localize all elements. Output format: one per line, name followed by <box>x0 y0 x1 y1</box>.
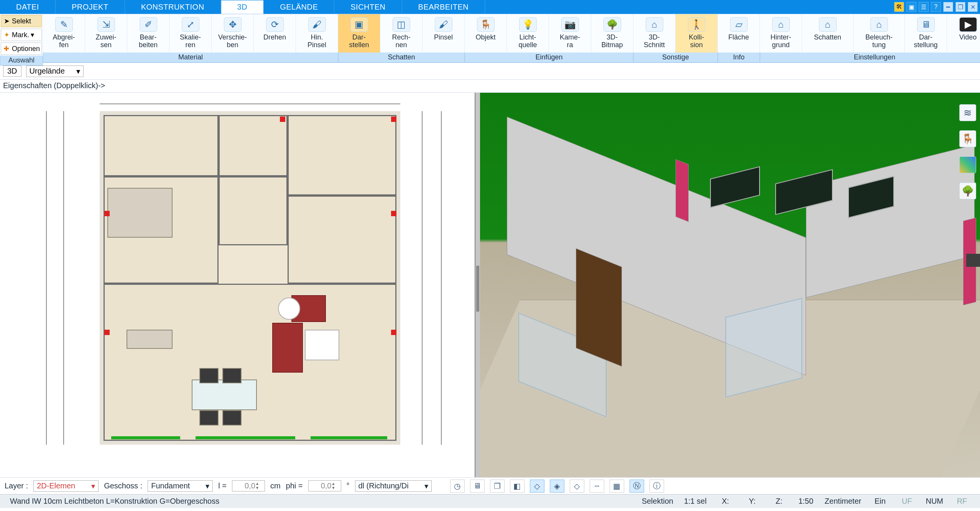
stack-icon[interactable]: ☰ <box>919 2 929 12</box>
btn-3dbitmap-label: 3D- Bitmap <box>601 33 623 49</box>
tool-snap3-icon[interactable]: ◇ <box>570 480 584 493</box>
btn-lichtquelle[interactable]: 💡 Licht- quelle <box>507 14 549 53</box>
tab-projekt[interactable]: PROJEKT <box>56 0 125 14</box>
btn-objekt[interactable]: 🪑 Objekt <box>465 14 507 53</box>
btn-hintergrund[interactable]: ⌂ Hinter- grund <box>760 14 802 53</box>
section-icon: ⌂ <box>646 17 663 32</box>
btn-bearbeiten[interactable]: ✐ Bear- beiten <box>127 14 169 53</box>
geschoss-dropdown[interactable]: Fundament▾ <box>148 480 213 492</box>
group-label-auswahl: Auswahl <box>0 56 43 66</box>
tab-datei[interactable]: DATEI <box>0 0 56 14</box>
tool-info-icon[interactable]: ⓘ <box>649 480 664 493</box>
terrain-dropdown[interactable]: Urgelände ▾ <box>26 66 84 77</box>
btn-schatten[interactable]: ⌂ Schatten <box>802 14 853 53</box>
btn-schatten-label: Schatten <box>814 33 841 41</box>
btn-flaeche[interactable]: ▱ Fläche <box>718 14 760 53</box>
btn-hinpinsel-label: Hin. Pinsel <box>307 33 326 49</box>
viewport-3d[interactable]: ≋ 🪑 🌳 <box>480 93 980 477</box>
tab-3d[interactable]: 3D <box>221 0 264 14</box>
geschoss-dropdown-value: Fundament <box>151 481 190 491</box>
btn-darstellen-label: Dar- stellen <box>349 33 369 49</box>
viewmode-badge[interactable]: 3D <box>3 66 21 77</box>
dl-dropdown[interactable]: dl (Richtung/Di▾ <box>355 480 432 492</box>
mark-label: Mark. <box>12 31 29 39</box>
btn-kamera[interactable]: 📷 Kame- ra <box>549 14 591 53</box>
tool-cubes-icon[interactable]: ❐ <box>490 480 505 493</box>
tool-layers-icon[interactable]: ◧ <box>510 480 525 493</box>
floor-plan[interactable] <box>100 111 400 445</box>
phi-field[interactable] <box>310 481 332 490</box>
status-ratio: 1:1 sel <box>679 497 712 506</box>
btn-pinsel[interactable]: 🖌 Pinsel <box>423 14 465 53</box>
tree-icon: 🌳 <box>603 17 621 32</box>
group-info: ▱ Fläche Info <box>718 14 760 62</box>
tool-screen-icon[interactable]: 🖥 <box>470 480 485 493</box>
btn-skalieren[interactable]: ⤢ Skalie- ren <box>169 14 212 53</box>
pane-splitter[interactable] <box>475 93 480 477</box>
close-icon[interactable]: ✕ <box>968 2 978 12</box>
area-icon: ▱ <box>730 17 748 32</box>
btn-verschieben-label: Verschie- ben <box>218 33 247 49</box>
chevron-down-icon: ▾ <box>76 67 80 76</box>
btn-video[interactable]: ▶ Video <box>947 14 980 53</box>
minimize-icon[interactable]: ━ <box>943 2 953 12</box>
status-bar: Wand IW 10cm Leichtbeton L=Konstruktion … <box>0 494 980 508</box>
layer-dropdown[interactable]: 2D-Elemen▾ <box>33 480 99 492</box>
mark-button[interactable]: ✦ Mark. ▾ <box>1 29 42 41</box>
tool-clock-icon[interactable]: ◷ <box>450 480 465 493</box>
length-label: l = <box>218 481 227 490</box>
btn-zuweisen[interactable]: ⇲ Zuwei- sen <box>85 14 127 53</box>
chair-tool-icon[interactable]: 🪑 <box>959 130 976 147</box>
btn-drehen[interactable]: ⟳ Drehen <box>254 14 296 53</box>
tool-snap2-icon[interactable]: ◈ <box>550 480 564 493</box>
status-y: Y: <box>739 497 766 506</box>
length-field[interactable] <box>234 481 255 490</box>
tab-bearbeiten[interactable]: BEARBEITEN <box>402 0 485 14</box>
btn-video-label: Video <box>959 33 977 41</box>
btn-darstellen[interactable]: ▣ Dar- stellen <box>338 14 380 53</box>
btn-3dbitmap[interactable]: 🌳 3D- Bitmap <box>591 14 633 53</box>
btn-rechnen[interactable]: ◫ Rech- nen <box>380 14 423 53</box>
btn-hinpinsel[interactable]: 🖌 Hin. Pinsel <box>296 14 338 53</box>
layers-icon[interactable]: ≋ <box>959 104 976 121</box>
restore-icon[interactable]: ❐ <box>955 2 965 12</box>
tools-icon[interactable]: 🛠 <box>894 2 904 12</box>
side-panel-handle[interactable] <box>966 254 980 267</box>
tool-dash-icon[interactable]: ╌ <box>590 480 604 493</box>
btn-abgreifen[interactable]: ✎ Abgrei- fen <box>43 14 85 53</box>
tab-sichten[interactable]: SICHTEN <box>334 0 402 14</box>
calc-icon: ◫ <box>393 17 410 32</box>
tool-north-icon[interactable]: Ⓝ <box>630 480 644 493</box>
btn-3dschnitt[interactable]: ⌂ 3D- Schnitt <box>633 14 676 53</box>
options-button[interactable]: ✚ Optionen <box>1 43 42 55</box>
btn-pinsel-label: Pinsel <box>434 33 453 41</box>
status-object: Wand IW 10cm Leichtbeton L=Konstruktion … <box>5 497 225 506</box>
btn-kollision[interactable]: 🚶 Kolli- sion <box>676 14 718 53</box>
btn-darstellung[interactable]: 🖥 Dar- stellung <box>905 14 947 53</box>
length-input[interactable]: ▲▼ <box>232 480 265 491</box>
btn-verschieben[interactable]: ✥ Verschie- ben <box>212 14 254 53</box>
panel-icon[interactable]: ▣ <box>906 2 916 12</box>
tab-konstruktion[interactable]: KONSTRUKTION <box>125 0 221 14</box>
group-label-schatten: Schatten <box>338 53 465 62</box>
viewport-2d[interactable] <box>0 93 475 477</box>
properties-hint-bar[interactable]: Eigenschaften (Doppelklick)-> <box>0 80 980 93</box>
btn-beleuchtung-label: Beleuch- tung <box>865 33 893 49</box>
tree-tool-icon[interactable]: 🌳 <box>959 182 976 199</box>
btn-lichtquelle-label: Licht- quelle <box>518 33 537 49</box>
chevron-down-icon: ▾ <box>31 31 34 39</box>
palette-icon[interactable] <box>959 156 976 173</box>
group-label-info: Info <box>718 53 760 62</box>
shadow-icon: ⌂ <box>819 17 837 32</box>
tab-gelaende[interactable]: GELÄNDE <box>264 0 334 14</box>
ribbon: ➤ Selekt ✦ Mark. ▾ ✚ Optionen Auswahl ✎ … <box>0 14 980 63</box>
status-x: X: <box>712 497 739 506</box>
btn-beleuchtung[interactable]: ⌂ Beleuch- tung <box>853 14 905 53</box>
tool-snap1-icon[interactable]: ◇ <box>530 480 544 493</box>
brush-icon: 🖌 <box>435 17 452 32</box>
tool-grid-icon[interactable]: ▦ <box>610 480 624 493</box>
help-icon[interactable]: ? <box>931 2 941 12</box>
select-button[interactable]: ➤ Selekt <box>1 15 42 27</box>
bulb-icon: 💡 <box>519 17 537 32</box>
phi-input[interactable]: ▲▼ <box>308 480 341 491</box>
